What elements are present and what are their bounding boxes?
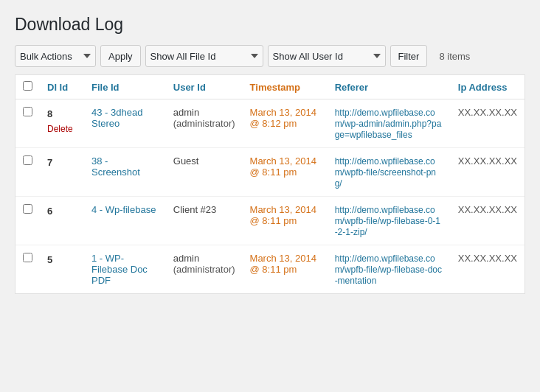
- dl-id-cell: 5: [40, 245, 84, 294]
- table-row: 6 4 - Wp-filebaseClient #23March 13, 201…: [15, 197, 525, 245]
- timestamp: March 13, 2014 @ 8:11 pm: [250, 253, 316, 275]
- user-id-select[interactable]: Show All User Id: [268, 45, 386, 67]
- timestamp-cell: March 13, 2014 @ 8:11 pm: [243, 245, 328, 294]
- user-id-cell: admin(administrator): [166, 99, 243, 148]
- file-id-cell: 4 - Wp-filebase: [84, 197, 166, 245]
- dl-id: 6: [47, 206, 52, 217]
- ip-cell: XX.XX.XX.XX: [451, 99, 525, 148]
- file-id-link[interactable]: 38 - Screenshot: [91, 155, 140, 178]
- file-id-cell: 43 - 3dhead Stereo: [84, 99, 166, 148]
- select-all-checkbox[interactable]: [23, 81, 32, 91]
- dl-id: 8: [47, 108, 52, 119]
- delete-link[interactable]: Delete: [47, 124, 73, 134]
- referer-link[interactable]: http://demo.wpfilebase.com/wpfb-file/wp-…: [335, 253, 442, 286]
- toolbar: Bulk Actions Delete Apply Show All File …: [15, 45, 525, 67]
- timestamp: March 13, 2014 @ 8:12 pm: [250, 107, 316, 129]
- table-row: 8 Delete 43 - 3dhead Stereoadmin(adminis…: [15, 99, 525, 148]
- row-checkbox[interactable]: [23, 204, 32, 214]
- ip-cell: XX.XX.XX.XX: [451, 197, 525, 245]
- col-header-referer: Referer: [328, 75, 451, 99]
- referer-cell: http://demo.wpfilebase.com/wpfb-file/scr…: [328, 148, 451, 197]
- select-all-cell: [15, 75, 40, 99]
- ip-address: XX.XX.XX.XX: [458, 253, 517, 264]
- dl-id: 5: [47, 254, 52, 265]
- row-checkbox[interactable]: [23, 155, 32, 165]
- ip-address: XX.XX.XX.XX: [458, 107, 517, 118]
- user-role: (administrator): [173, 118, 235, 129]
- timestamp: March 13, 2014 @ 8:11 pm: [250, 155, 316, 178]
- user-id: Client #23: [173, 204, 217, 215]
- ip-address: XX.XX.XX.XX: [458, 204, 517, 215]
- user-id-cell: admin(administrator): [166, 245, 243, 294]
- file-id-link[interactable]: 4 - Wp-filebase: [91, 204, 156, 215]
- referer-cell: http://demo.wpfilebase.com/wp-admin/admi…: [328, 99, 451, 148]
- timestamp-cell: March 13, 2014 @ 8:11 pm: [243, 148, 328, 197]
- file-id-cell: 38 - Screenshot: [84, 148, 166, 197]
- user-id: Guest: [173, 155, 199, 167]
- referer-link[interactable]: http://demo.wpfilebase.com/wpfb-file/scr…: [335, 156, 436, 189]
- file-id-select[interactable]: Show All File Id: [145, 45, 263, 67]
- table-body: 8 Delete 43 - 3dhead Stereoadmin(adminis…: [15, 99, 525, 294]
- download-log-table-wrap: Dl Id File Id User Id Timestamp Referer …: [15, 74, 525, 294]
- col-header-user: User Id: [166, 75, 243, 99]
- user-id: admin: [173, 253, 199, 264]
- timestamp-cell: March 13, 2014 @ 8:12 pm: [243, 99, 328, 148]
- ip-address: XX.XX.XX.XX: [458, 155, 517, 167]
- dl-id-cell: 6: [40, 197, 84, 245]
- dl-id-cell: 7: [40, 148, 84, 197]
- col-header-ip: Ip Address: [451, 75, 525, 99]
- file-id-link[interactable]: 43 - 3dhead Stereo: [91, 107, 142, 129]
- referer-cell: http://demo.wpfilebase.com/wpfb-file/wp-…: [328, 197, 451, 245]
- timestamp-cell: March 13, 2014 @ 8:11 pm: [243, 197, 328, 245]
- referer-link[interactable]: http://demo.wpfilebase.com/wp-admin/admi…: [335, 108, 442, 140]
- ip-cell: XX.XX.XX.XX: [451, 245, 525, 294]
- table-row: 7 38 - ScreenshotGuestMarch 13, 2014 @ 8…: [15, 148, 525, 197]
- referer-link[interactable]: http://demo.wpfilebase.com/wpfb-file/wp-…: [335, 205, 440, 237]
- user-id: admin: [173, 107, 199, 118]
- items-count: 8 items: [439, 51, 470, 62]
- row-checkbox[interactable]: [23, 107, 32, 116]
- row-checkbox[interactable]: [23, 253, 32, 262]
- page-title: Download Log: [15, 15, 525, 35]
- user-id-cell: Guest: [166, 148, 243, 197]
- dl-id: 7: [47, 157, 52, 168]
- table-row: 5 1 - WP-Filebase Doc PDFadmin(administr…: [15, 245, 525, 294]
- file-id-link[interactable]: 1 - WP-Filebase Doc PDF: [91, 253, 148, 286]
- dl-id-cell: 8 Delete: [40, 99, 84, 148]
- filter-button[interactable]: Filter: [390, 45, 428, 67]
- col-header-dl: Dl Id: [40, 75, 84, 99]
- bulk-actions-select[interactable]: Bulk Actions Delete: [15, 45, 96, 67]
- referer-cell: http://demo.wpfilebase.com/wpfb-file/wp-…: [328, 245, 451, 294]
- user-id-cell: Client #23: [166, 197, 243, 245]
- col-header-file: File Id: [84, 75, 166, 99]
- timestamp: March 13, 2014 @ 8:11 pm: [250, 204, 316, 226]
- user-role: (administrator): [173, 264, 235, 275]
- file-id-cell: 1 - WP-Filebase Doc PDF: [84, 245, 166, 294]
- download-log-table: Dl Id File Id User Id Timestamp Referer …: [15, 75, 525, 293]
- apply-button[interactable]: Apply: [100, 45, 141, 67]
- col-header-timestamp: Timestamp: [243, 75, 328, 99]
- ip-cell: XX.XX.XX.XX: [451, 148, 525, 197]
